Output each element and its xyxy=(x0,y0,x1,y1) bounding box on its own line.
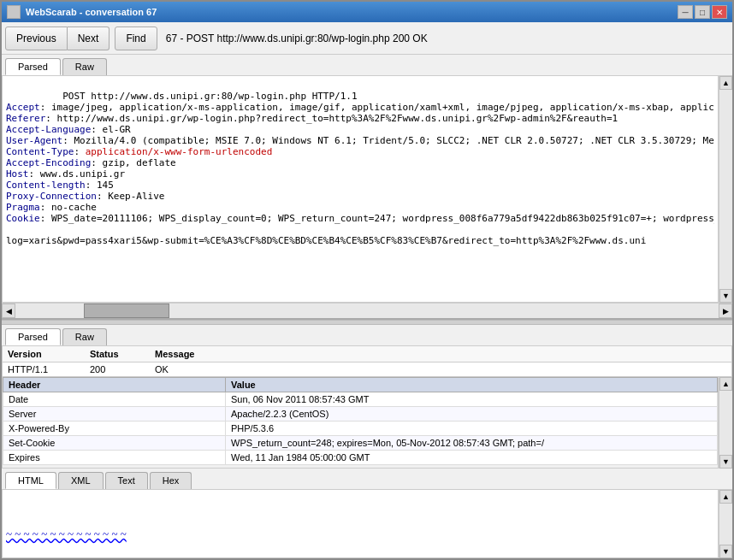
header-accept: Accept: image/jpeg, application/x-ms-app… xyxy=(6,102,714,113)
response-status-value: 200 xyxy=(90,364,133,374)
header-accept-language: Accept-Language: el-GR xyxy=(6,124,131,135)
title-bar-left: WebScarab - conversation 67 xyxy=(7,5,157,19)
tab-request-parsed[interactable]: Parsed xyxy=(5,58,61,75)
title-bar: WebScarab - conversation 67 ─ □ ✕ xyxy=(2,2,732,22)
request-vscrollbar[interactable]: ▲ ▼ xyxy=(719,76,732,303)
headers-vscroll-up[interactable]: ▲ xyxy=(719,377,732,391)
tab-body-text[interactable]: Text xyxy=(105,472,148,489)
body-vscroll-track xyxy=(719,504,732,545)
response-tab-bar: Parsed Raw xyxy=(2,325,732,346)
tab-response-raw[interactable]: Raw xyxy=(62,328,107,345)
header-col-header: Header xyxy=(3,378,226,392)
header-accept-encoding: Accept-Encoding: gzip, deflate xyxy=(6,157,176,168)
header-name-cell: Expires xyxy=(3,451,226,465)
hscroll-thumb[interactable] xyxy=(84,304,169,318)
header-proxy-connection: Proxy-Connection: Keep-Alive xyxy=(6,191,164,202)
find-button[interactable]: Find xyxy=(115,27,157,50)
title-buttons: ─ □ ✕ xyxy=(678,5,727,19)
header-value-cell: PHP/5.3.6 xyxy=(226,421,718,436)
request-body-text: log=xaris&pwd=pass4xari5&wp-submit=%CE%A… xyxy=(6,235,646,246)
header-referer: Referer: http://www.ds.unipi.gr/wp-login… xyxy=(6,113,618,124)
header-value-cell: WPS_return_count=248; expires=Mon, 05-No… xyxy=(226,436,718,451)
vscroll-up-btn[interactable]: ▲ xyxy=(719,76,732,90)
toolbar: Previous Next Find 67 - POST http://www.… xyxy=(2,22,732,55)
body-area: ~ ~ ~ ~ ~ ~ ~ ~ ~ ~ ~ ~ ~ ~ ▲ ▼ xyxy=(2,490,732,558)
headers-table-scroll[interactable]: Header Value DateSun, 06 Nov 2011 08:57:… xyxy=(2,377,719,469)
body-text-content: ~ ~ ~ ~ ~ ~ ~ ~ ~ ~ ~ ~ ~ ~ xyxy=(6,528,714,541)
request-tab-bar: Parsed Raw xyxy=(2,55,732,76)
header-user-agent: User-Agent: Mozilla/4.0 (compatible; MSI… xyxy=(6,135,714,146)
app-icon xyxy=(7,5,21,19)
response-section: Parsed Raw VersionStatusMessage HTTP/1.1… xyxy=(2,325,732,558)
hscroll-left-btn[interactable]: ◀ xyxy=(2,304,15,318)
hscroll-right-btn[interactable]: ▶ xyxy=(719,304,732,318)
maximize-button[interactable]: □ xyxy=(695,5,710,19)
body-vscroll-up[interactable]: ▲ xyxy=(719,490,732,504)
header-name-cell: Date xyxy=(3,392,226,407)
status-col-label: Status xyxy=(90,349,133,359)
status-text: 67 - POST http://www.ds.unipi.gr:80/wp-l… xyxy=(166,32,428,44)
vscroll-track xyxy=(719,90,732,289)
header-name-cell: X-Powered-By xyxy=(3,421,226,436)
main-window: WebScarab - conversation 67 ─ □ ✕ Previo… xyxy=(0,0,734,560)
request-hscrollbar[interactable]: ◀ ▶ xyxy=(2,303,732,318)
body-tab-bar: HTML XML Text Hex xyxy=(2,469,732,490)
minimize-button[interactable]: ─ xyxy=(678,5,693,19)
headers-vscroll-down[interactable]: ▼ xyxy=(719,455,732,469)
tab-request-raw[interactable]: Raw xyxy=(62,58,107,75)
body-content[interactable]: ~ ~ ~ ~ ~ ~ ~ ~ ~ ~ ~ ~ ~ ~ xyxy=(2,490,719,558)
tab-body-xml[interactable]: XML xyxy=(58,472,104,489)
vscroll-down-btn[interactable]: ▼ xyxy=(719,289,732,303)
message-col-label: Message xyxy=(155,349,194,359)
request-section: Parsed Raw POST http://www.ds.unipi.gr:8… xyxy=(2,55,732,320)
body-vscrollbar[interactable]: ▲ ▼ xyxy=(719,490,732,558)
previous-button[interactable]: Previous xyxy=(5,27,68,50)
header-value-cell: Sun, 06 Nov 2011 08:57:43 GMT xyxy=(226,392,718,407)
tab-response-parsed[interactable]: Parsed xyxy=(5,328,61,345)
close-button[interactable]: ✕ xyxy=(712,5,727,19)
header-value-cell: Wed, 11 Jan 1984 05:00:00 GMT xyxy=(226,451,718,465)
response-headers-area: Header Value DateSun, 06 Nov 2011 08:57:… xyxy=(2,377,732,469)
header-cookie: Cookie: WPS_date=20111106; WPS_display_c… xyxy=(6,213,714,224)
value-col-header: Value xyxy=(226,378,718,392)
header-value-cell: Apache/2.2.3 (CentOS) xyxy=(226,407,718,421)
response-version-value: HTTP/1.1 xyxy=(8,364,59,374)
header-host: Host: www.ds.unipi.gr xyxy=(6,168,125,180)
header-content-length: Content-length: 145 xyxy=(6,180,114,191)
tab-body-hex[interactable]: Hex xyxy=(150,472,192,489)
window-title: WebScarab - conversation 67 xyxy=(26,7,157,17)
version-col-label: Version xyxy=(8,349,59,359)
tab-body-html[interactable]: HTML xyxy=(5,472,56,489)
response-message-value: OK xyxy=(155,364,169,374)
headers-vscrollbar[interactable]: ▲ ▼ xyxy=(719,377,732,469)
headers-vscroll-track xyxy=(719,391,732,455)
next-button[interactable]: Next xyxy=(68,27,110,50)
header-content-type: Content-Type: application/x-www-form-url… xyxy=(6,146,272,157)
request-body[interactable]: POST http://www.ds.unipi.gr:80/wp-login.… xyxy=(2,76,719,303)
request-content-area: POST http://www.ds.unipi.gr:80/wp-login.… xyxy=(2,76,732,303)
headers-table: Header Value DateSun, 06 Nov 2011 08:57:… xyxy=(3,377,718,465)
hscroll-track xyxy=(15,304,719,318)
request-text: POST http://www.ds.unipi.gr:80/wp-login.… xyxy=(6,80,714,257)
header-name-cell: Set-Cookie xyxy=(3,436,226,451)
request-method-line: POST http://www.ds.unipi.gr:80/wp-login.… xyxy=(62,91,357,102)
headers-scroll-area: Header Value DateSun, 06 Nov 2011 08:57:… xyxy=(2,377,732,469)
header-pragma: Pragma: no-cache xyxy=(6,202,97,213)
header-name-cell: Server xyxy=(3,407,226,421)
body-vscroll-down[interactable]: ▼ xyxy=(719,545,732,558)
